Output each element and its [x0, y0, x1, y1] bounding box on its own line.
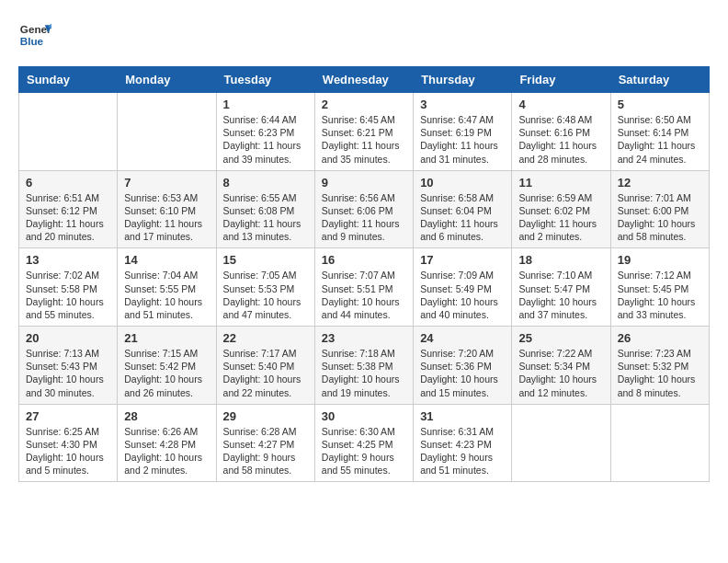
day-detail: Sunrise: 6:55 AMSunset: 6:08 PMDaylight:… [223, 191, 308, 244]
day-detail: Sunrise: 7:15 AMSunset: 5:42 PMDaylight:… [124, 347, 209, 399]
day-number: 17 [420, 253, 505, 267]
weekday-header: Tuesday [216, 67, 314, 93]
calendar-week-row: 6Sunrise: 6:51 AMSunset: 6:12 PMDaylight… [19, 170, 710, 248]
calendar-cell: 3Sunrise: 6:47 AMSunset: 6:19 PMDaylight… [414, 93, 512, 171]
day-detail: Sunrise: 7:17 AMSunset: 5:40 PMDaylight:… [223, 347, 308, 399]
day-number: 24 [420, 331, 505, 345]
calendar-cell: 7Sunrise: 6:53 AMSunset: 6:10 PMDaylight… [118, 170, 216, 248]
calendar-cell: 29Sunrise: 6:28 AMSunset: 4:27 PMDayligh… [216, 404, 314, 482]
day-detail: Sunrise: 7:13 AMSunset: 5:43 PMDaylight:… [26, 347, 110, 399]
day-detail: Sunrise: 6:26 AMSunset: 4:28 PMDaylight:… [124, 425, 209, 477]
calendar-week-row: 20Sunrise: 7:13 AMSunset: 5:43 PMDayligh… [19, 327, 710, 405]
day-number: 18 [518, 253, 603, 267]
day-detail: Sunrise: 6:44 AMSunset: 6:23 PMDaylight:… [223, 113, 308, 166]
calendar-cell: 5Sunrise: 6:50 AMSunset: 6:14 PMDaylight… [610, 93, 709, 171]
calendar-header-row: SundayMondayTuesdayWednesdayThursdayFrid… [19, 67, 710, 93]
day-detail: Sunrise: 6:30 AMSunset: 4:25 PMDaylight:… [322, 425, 406, 477]
calendar-cell: 25Sunrise: 7:22 AMSunset: 5:34 PMDayligh… [512, 327, 610, 405]
day-detail: Sunrise: 7:05 AMSunset: 5:53 PMDaylight:… [223, 269, 308, 321]
calendar-cell: 13Sunrise: 7:02 AMSunset: 5:58 PMDayligh… [19, 248, 118, 327]
day-detail: Sunrise: 7:20 AMSunset: 5:36 PMDaylight:… [420, 347, 505, 399]
calendar-cell: 9Sunrise: 6:56 AMSunset: 6:06 PMDaylight… [314, 170, 413, 248]
calendar-week-row: 1Sunrise: 6:44 AMSunset: 6:23 PMDaylight… [19, 93, 710, 171]
day-number: 27 [26, 409, 110, 423]
calendar-cell: 8Sunrise: 6:55 AMSunset: 6:08 PMDaylight… [216, 170, 314, 248]
day-detail: Sunrise: 6:50 AMSunset: 6:14 PMDaylight:… [618, 113, 702, 166]
day-detail: Sunrise: 6:59 AMSunset: 6:02 PMDaylight:… [518, 191, 603, 244]
svg-text:Blue: Blue [20, 35, 44, 47]
day-detail: Sunrise: 7:07 AMSunset: 5:51 PMDaylight:… [322, 269, 406, 321]
day-detail: Sunrise: 7:23 AMSunset: 5:32 PMDaylight:… [618, 347, 702, 399]
weekday-header: Saturday [610, 67, 709, 93]
calendar-cell: 22Sunrise: 7:17 AMSunset: 5:40 PMDayligh… [216, 327, 314, 405]
day-number: 14 [124, 253, 209, 267]
calendar-cell: 26Sunrise: 7:23 AMSunset: 5:32 PMDayligh… [610, 327, 709, 405]
day-number: 13 [26, 253, 110, 267]
day-number: 6 [26, 176, 110, 190]
day-number: 30 [322, 409, 406, 423]
day-number: 10 [420, 176, 505, 190]
day-number: 9 [322, 176, 406, 190]
day-number: 2 [322, 98, 406, 111]
day-detail: Sunrise: 6:48 AMSunset: 6:16 PMDaylight:… [518, 113, 603, 166]
day-number: 1 [223, 98, 308, 111]
day-number: 11 [518, 176, 603, 190]
day-number: 19 [618, 253, 702, 267]
calendar-cell: 24Sunrise: 7:20 AMSunset: 5:36 PMDayligh… [414, 327, 512, 405]
calendar-cell: 27Sunrise: 6:25 AMSunset: 4:30 PMDayligh… [19, 404, 118, 482]
calendar-cell: 19Sunrise: 7:12 AMSunset: 5:45 PMDayligh… [610, 248, 709, 327]
calendar-cell [512, 404, 610, 482]
calendar-cell: 2Sunrise: 6:45 AMSunset: 6:21 PMDaylight… [314, 93, 413, 171]
day-number: 3 [420, 98, 505, 111]
day-number: 20 [26, 331, 110, 345]
calendar-cell: 30Sunrise: 6:30 AMSunset: 4:25 PMDayligh… [314, 404, 413, 482]
day-detail: Sunrise: 6:47 AMSunset: 6:19 PMDaylight:… [420, 113, 505, 166]
calendar-cell: 14Sunrise: 7:04 AMSunset: 5:55 PMDayligh… [118, 248, 216, 327]
day-detail: Sunrise: 7:01 AMSunset: 6:00 PMDaylight:… [618, 191, 702, 244]
calendar-cell: 23Sunrise: 7:18 AMSunset: 5:38 PMDayligh… [314, 327, 413, 405]
logo-icon: General Blue [18, 18, 51, 52]
calendar-cell: 16Sunrise: 7:07 AMSunset: 5:51 PMDayligh… [314, 248, 413, 327]
day-number: 22 [223, 331, 308, 345]
calendar-cell: 18Sunrise: 7:10 AMSunset: 5:47 PMDayligh… [512, 248, 610, 327]
weekday-header: Monday [118, 67, 216, 93]
calendar-cell [118, 93, 216, 171]
calendar-cell: 28Sunrise: 6:26 AMSunset: 4:28 PMDayligh… [118, 404, 216, 482]
day-number: 4 [518, 98, 603, 111]
calendar-cell [19, 93, 118, 171]
day-detail: Sunrise: 6:45 AMSunset: 6:21 PMDaylight:… [322, 113, 406, 166]
calendar-table: SundayMondayTuesdayWednesdayThursdayFrid… [18, 66, 710, 482]
calendar-week-row: 13Sunrise: 7:02 AMSunset: 5:58 PMDayligh… [19, 248, 710, 327]
day-number: 8 [223, 176, 308, 190]
calendar-week-row: 27Sunrise: 6:25 AMSunset: 4:30 PMDayligh… [19, 404, 710, 482]
calendar-cell: 6Sunrise: 6:51 AMSunset: 6:12 PMDaylight… [19, 170, 118, 248]
day-detail: Sunrise: 6:53 AMSunset: 6:10 PMDaylight:… [124, 191, 209, 244]
day-number: 12 [618, 176, 702, 190]
day-detail: Sunrise: 7:12 AMSunset: 5:45 PMDaylight:… [618, 269, 702, 321]
calendar-cell: 10Sunrise: 6:58 AMSunset: 6:04 PMDayligh… [414, 170, 512, 248]
weekday-header: Friday [512, 67, 610, 93]
day-detail: Sunrise: 6:31 AMSunset: 4:23 PMDaylight:… [420, 425, 505, 477]
day-detail: Sunrise: 7:18 AMSunset: 5:38 PMDaylight:… [322, 347, 406, 399]
weekday-header: Thursday [414, 67, 512, 93]
day-number: 28 [124, 409, 209, 423]
day-number: 5 [618, 98, 702, 111]
calendar-cell: 17Sunrise: 7:09 AMSunset: 5:49 PMDayligh… [414, 248, 512, 327]
weekday-header: Wednesday [314, 67, 413, 93]
weekday-header: Sunday [19, 67, 118, 93]
logo: General Blue [18, 18, 55, 52]
day-detail: Sunrise: 6:25 AMSunset: 4:30 PMDaylight:… [26, 425, 110, 477]
calendar-cell: 31Sunrise: 6:31 AMSunset: 4:23 PMDayligh… [414, 404, 512, 482]
day-number: 31 [420, 409, 505, 423]
calendar-cell: 20Sunrise: 7:13 AMSunset: 5:43 PMDayligh… [19, 327, 118, 405]
day-number: 26 [618, 331, 702, 345]
day-detail: Sunrise: 7:10 AMSunset: 5:47 PMDaylight:… [518, 269, 603, 321]
calendar-cell [610, 404, 709, 482]
day-detail: Sunrise: 7:22 AMSunset: 5:34 PMDaylight:… [518, 347, 603, 399]
calendar-cell: 11Sunrise: 6:59 AMSunset: 6:02 PMDayligh… [512, 170, 610, 248]
calendar-cell: 21Sunrise: 7:15 AMSunset: 5:42 PMDayligh… [118, 327, 216, 405]
day-number: 15 [223, 253, 308, 267]
calendar-cell: 1Sunrise: 6:44 AMSunset: 6:23 PMDaylight… [216, 93, 314, 171]
day-number: 21 [124, 331, 209, 345]
day-detail: Sunrise: 6:51 AMSunset: 6:12 PMDaylight:… [26, 191, 110, 244]
